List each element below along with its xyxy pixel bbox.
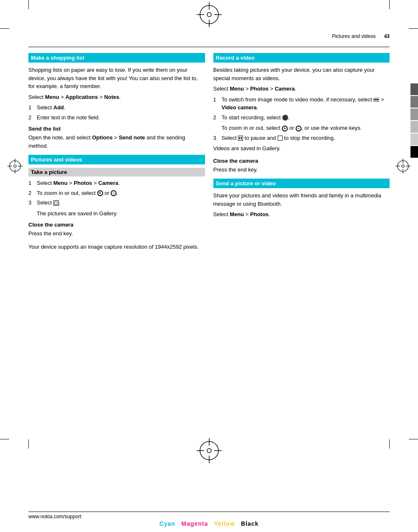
- record-button-icon: [282, 115, 288, 121]
- crop-mark: [28, 0, 29, 9]
- pictures-videos-header: Pictures and videos: [28, 155, 205, 164]
- crop-mark: [409, 439, 418, 439]
- color-tab-3: [410, 108, 418, 120]
- close-camera-section: Close the camera Press the end key.: [213, 158, 390, 174]
- list-item: 1 Select Add.: [28, 103, 205, 112]
- zoom-out-icon: −: [111, 190, 117, 196]
- reg-mark-right: [395, 159, 410, 175]
- list-item: 1 To switch from image mode to video mod…: [213, 96, 390, 112]
- page-content: Pictures and videos 43 Make a shopping l…: [28, 33, 390, 436]
- cmyk-black: Black: [241, 520, 258, 527]
- crop-mark: [389, 0, 390, 9]
- list-item: 2 To start recording, select .: [213, 113, 390, 122]
- shopping-list-select: Select Menu > Applications > Notes.: [28, 93, 205, 101]
- crop-mark: [409, 28, 418, 29]
- svg-point-13: [14, 165, 16, 167]
- cmyk-cyan: Cyan: [160, 520, 175, 527]
- cmyk-magenta: Magenta: [182, 520, 208, 527]
- header-title: Pictures and videos: [332, 33, 376, 39]
- crop-mark: [0, 439, 9, 439]
- color-tab-6: [410, 146, 418, 158]
- videos-gallery-note: Videos are saved in Gallery.: [213, 144, 390, 153]
- reg-mark-left: [8, 159, 23, 175]
- pause-icon: [238, 136, 243, 141]
- zoom-out-icon-2: −: [296, 126, 301, 131]
- send-picture-section: Send a picture or video Share your pictu…: [213, 179, 390, 219]
- record-video-select: Select Menu > Photos > Camera.: [213, 85, 390, 93]
- color-tabs: [410, 83, 418, 158]
- list-item: 2 To zoom in or out, select + or −.: [28, 189, 205, 197]
- two-column-layout: Make a shopping list Shopping lists on p…: [28, 53, 390, 253]
- stop-icon: [278, 136, 283, 141]
- color-tab-4: [410, 121, 418, 133]
- right-column: Record a video Besides taking pictures w…: [213, 53, 390, 253]
- record-video-body: Besides taking pictures with your device…: [213, 66, 390, 82]
- color-tab-1: [410, 83, 418, 95]
- send-picture-body: Share your pictures and videos with frie…: [213, 192, 390, 208]
- list-item: 1 Select Menu > Photos > Camera.: [28, 179, 205, 187]
- close-camera-header-left: Close the camera: [28, 222, 205, 228]
- record-video-section: Record a video Besides taking pictures w…: [213, 53, 390, 153]
- svg-point-1: [207, 13, 211, 17]
- record-video-header: Record a video: [213, 53, 390, 63]
- zoom-in-icon: +: [97, 190, 103, 196]
- record-video-steps: 1 To switch from image mode to video mod…: [213, 96, 390, 122]
- svg-point-7: [207, 449, 211, 453]
- shopping-list-header: Make a shopping list: [28, 53, 205, 63]
- cmyk-yellow: Yellow: [214, 520, 235, 527]
- page-number: 43: [384, 33, 390, 39]
- color-tab-5: [410, 134, 418, 145]
- list-item: 2 Enter text in the note field.: [28, 113, 205, 122]
- close-camera-header-right: Close the camera: [213, 158, 390, 164]
- crop-mark: [0, 28, 9, 29]
- send-picture-header: Send a picture or video: [213, 179, 390, 188]
- camera-shutter-icon: [53, 200, 59, 206]
- menu-icon: [373, 97, 379, 102]
- page-header: Pictures and videos 43: [28, 33, 390, 43]
- send-list-header: Send the list: [28, 126, 205, 132]
- left-column: Make a shopping list Shopping lists on p…: [28, 53, 205, 253]
- send-list-body: Open the note, and select Options > Send…: [28, 134, 205, 150]
- reg-mark-bottom-center: [197, 438, 222, 463]
- svg-point-19: [402, 165, 404, 167]
- list-item: 3 Select .: [28, 199, 205, 207]
- take-picture-header: Take a picture: [28, 168, 205, 176]
- crop-mark: [389, 439, 390, 449]
- shopping-list-body: Shopping lists on paper are easy to lose…: [28, 66, 205, 91]
- cmyk-bar: Cyan Magenta Yellow Black: [0, 517, 418, 532]
- shopping-list-section: Make a shopping list Shopping lists on p…: [28, 53, 205, 150]
- zoom-note: To zoom in or out, select + or −, or use…: [222, 124, 390, 132]
- close-camera-body-left: Press the end key.: [28, 229, 205, 238]
- gallery-note: The pictures are saved in Gallery.: [37, 209, 205, 218]
- record-video-steps-2: 3 Select to pause and to stop the record…: [213, 134, 390, 142]
- list-item: 3 Select to pause and to stop the record…: [213, 134, 390, 142]
- color-tab-2: [410, 96, 418, 108]
- close-camera-body-right: Press the end key.: [213, 166, 390, 174]
- zoom-in-icon-2: +: [282, 126, 288, 131]
- take-picture-steps: 1 Select Menu > Photos > Camera. 2 To zo…: [28, 179, 205, 207]
- reg-mark-top-center: [197, 2, 222, 27]
- send-picture-select: Select Menu > Photos.: [213, 210, 390, 219]
- resolution-note: Your device supports an image capture re…: [28, 243, 205, 251]
- crop-mark: [28, 439, 29, 449]
- pictures-videos-section: Pictures and videos Take a picture 1 Sel…: [28, 155, 205, 251]
- shopping-list-steps: 1 Select Add. 2 Enter text in the note f…: [28, 103, 205, 121]
